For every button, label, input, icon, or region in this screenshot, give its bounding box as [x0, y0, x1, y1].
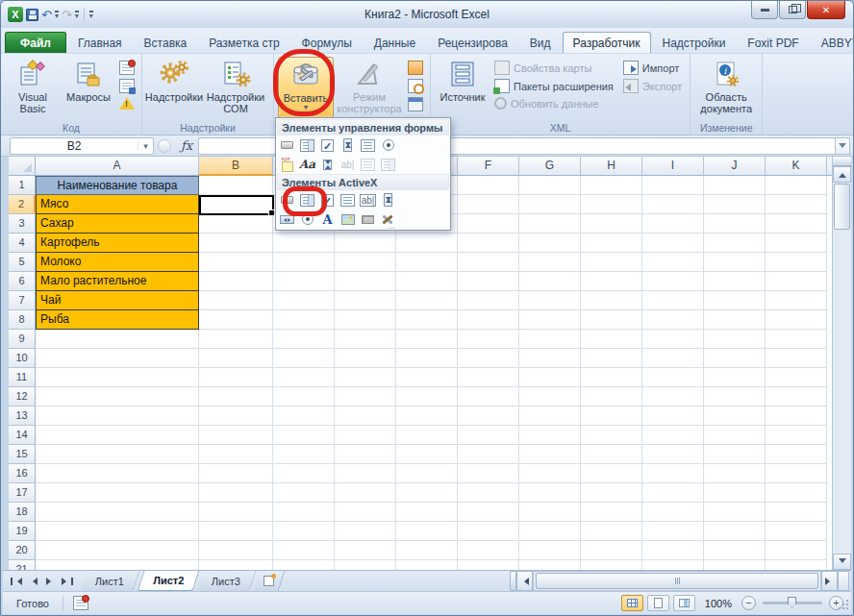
form-listbox-icon[interactable]	[360, 137, 376, 154]
cell-I13[interactable]	[642, 407, 704, 426]
cell-F6[interactable]	[458, 272, 519, 291]
cell-E13[interactable]	[396, 407, 458, 426]
cell-K5[interactable]	[766, 253, 827, 272]
cell-G10[interactable]	[519, 349, 581, 368]
cell-K17[interactable]	[766, 483, 827, 503]
cell-F4[interactable]	[458, 234, 519, 253]
cell-F13[interactable]	[458, 407, 519, 426]
cell-B10[interactable]	[199, 349, 273, 368]
row-header-16[interactable]: 16	[9, 464, 36, 483]
cell-E19[interactable]	[396, 522, 458, 541]
map-properties-item[interactable]: Свойства карты	[494, 61, 614, 75]
cell-E16[interactable]	[396, 464, 458, 483]
scroll-right-button[interactable]	[821, 571, 838, 591]
cell-A7[interactable]: Чай	[36, 291, 199, 310]
cell-A2[interactable]: Мясо	[36, 195, 199, 214]
cell-J14[interactable]	[704, 426, 766, 445]
cell-A21[interactable]	[36, 560, 199, 570]
name-box-dropdown-icon[interactable]: ▾	[138, 141, 153, 151]
cell-G21[interactable]	[519, 560, 581, 570]
cell-B15[interactable]	[199, 445, 273, 464]
cell-H21[interactable]	[581, 560, 642, 570]
column-header-K[interactable]: K	[766, 157, 827, 176]
cell-F11[interactable]	[458, 368, 519, 387]
cell-A6[interactable]: Мало растительное	[36, 272, 199, 291]
row-header-10[interactable]: 10	[9, 349, 36, 368]
cell-J6[interactable]	[704, 272, 766, 291]
row-header-15[interactable]: 15	[9, 445, 36, 464]
cell-F5[interactable]	[458, 253, 519, 272]
cell-E4[interactable]	[396, 234, 458, 253]
cell-I18[interactable]	[642, 503, 704, 522]
cell-I16[interactable]	[642, 464, 704, 483]
cell-G16[interactable]	[519, 464, 581, 483]
row-header-14[interactable]: 14	[9, 426, 36, 445]
cell-F7[interactable]	[458, 291, 519, 310]
form-combobox-icon[interactable]	[299, 137, 315, 154]
cell-H11[interactable]	[581, 368, 642, 387]
cell-H4[interactable]	[581, 234, 642, 253]
prev-sheet-button[interactable]	[25, 574, 40, 589]
cell-K10[interactable]	[766, 349, 827, 368]
cell-G12[interactable]	[519, 387, 581, 407]
form-button-icon[interactable]	[279, 137, 295, 154]
cell-K7[interactable]	[766, 291, 827, 310]
ribbon-tab-1[interactable]: Главная	[67, 32, 133, 53]
cell-E7[interactable]	[396, 291, 458, 310]
cell-H12[interactable]	[581, 387, 642, 407]
activex-image-icon[interactable]	[339, 211, 356, 228]
cell-A15[interactable]	[36, 445, 199, 464]
ribbon-tab-2[interactable]: Вставка	[134, 32, 198, 53]
cell-E5[interactable]	[396, 253, 458, 272]
record-macro-icon[interactable]	[119, 61, 135, 75]
form-spinbutton-icon[interactable]	[339, 137, 356, 154]
cell-C15[interactable]	[273, 445, 335, 464]
column-header-I[interactable]: I	[642, 157, 704, 176]
cell-E17[interactable]	[396, 483, 458, 503]
row-header-8[interactable]: 8	[9, 310, 36, 330]
cell-H7[interactable]	[581, 291, 642, 310]
cell-E20[interactable]	[396, 541, 458, 560]
cell-C21[interactable]	[273, 560, 335, 570]
cell-C11[interactable]	[273, 368, 335, 387]
cell-F16[interactable]	[458, 464, 519, 483]
cell-F20[interactable]	[458, 541, 519, 560]
row-header-21[interactable]: 21	[9, 560, 36, 570]
cell-D19[interactable]	[335, 522, 396, 541]
cell-I1[interactable]	[642, 176, 704, 195]
cell-A20[interactable]	[36, 541, 199, 560]
cell-H3[interactable]	[581, 214, 642, 234]
source-button[interactable]: Источник	[435, 57, 490, 118]
cell-A8[interactable]: Рыба	[36, 310, 199, 330]
form-optionbutton-icon[interactable]	[380, 137, 396, 154]
cell-G17[interactable]	[519, 483, 581, 503]
cell-D4[interactable]	[335, 234, 396, 253]
cell-G18[interactable]	[519, 503, 581, 522]
cell-B3[interactable]	[199, 214, 273, 234]
cell-K3[interactable]	[766, 214, 827, 234]
cell-E9[interactable]	[396, 330, 458, 349]
design-mode-button[interactable]: Режим конструктора	[334, 57, 405, 118]
scrollbar-resize-box[interactable]	[838, 571, 849, 591]
row-header-3[interactable]: 3	[9, 214, 36, 234]
vertical-split-handle[interactable]	[833, 157, 851, 166]
relative-references-icon[interactable]	[119, 79, 135, 93]
sheet-tab-Лист1[interactable]: Лист1	[81, 571, 140, 591]
page-layout-view-button[interactable]	[647, 595, 669, 611]
cell-C12[interactable]	[273, 387, 335, 407]
cell-G15[interactable]	[519, 445, 581, 464]
column-header-H[interactable]: H	[581, 157, 642, 176]
cell-H17[interactable]	[581, 483, 642, 503]
com-addins-button[interactable]: Надстройки COM	[202, 57, 269, 118]
cell-H16[interactable]	[581, 464, 642, 483]
cell-F10[interactable]	[458, 349, 519, 368]
run-dialog-icon[interactable]	[408, 97, 423, 111]
cell-I17[interactable]	[642, 483, 704, 503]
cell-K16[interactable]	[766, 464, 827, 483]
cell-F9[interactable]	[458, 330, 519, 349]
ribbon-tab-7[interactable]: Вид	[519, 32, 562, 53]
customize-qat-icon[interactable]: ▾	[89, 11, 93, 19]
horizontal-scrollbar[interactable]	[533, 571, 821, 591]
ribbon-tab-9[interactable]: Надстройки	[652, 32, 737, 53]
cell-G4[interactable]	[519, 234, 581, 253]
